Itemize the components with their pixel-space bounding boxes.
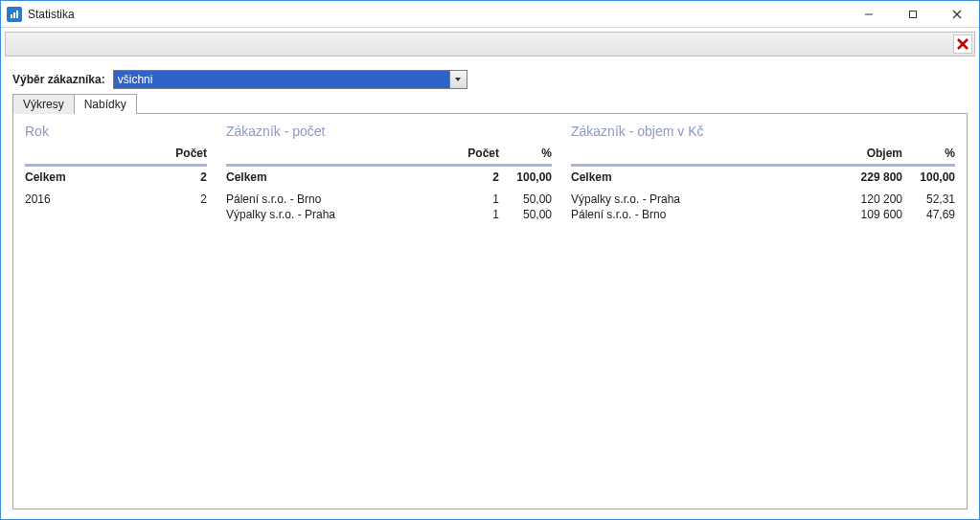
section-rok-header: Počet — [25, 145, 207, 167]
window-buttons — [847, 1, 979, 28]
maximize-button[interactable] — [891, 1, 935, 28]
table-row: Výpalky s.r.o. - Praha 120 200 52,31 — [571, 192, 955, 207]
close-icon — [955, 36, 970, 52]
section-rok-total: Celkem 2 — [25, 167, 207, 186]
customer-filter-value: všichni — [114, 71, 449, 88]
customer-pct: 52,31 — [902, 192, 955, 206]
tab-vykresy[interactable]: Výkresy — [12, 94, 75, 114]
col-header-amount: Objem — [835, 147, 902, 160]
section-customer-volume-header: Objem % — [571, 145, 955, 167]
customer-pct: 47,69 — [902, 208, 955, 221]
window-title: Statistika — [28, 8, 75, 21]
col-header-count: Počet — [461, 147, 499, 160]
dropdown-toggle[interactable] — [449, 71, 467, 88]
section-customer-count-total: Celkem 2 100,00 — [226, 167, 552, 186]
content: Výběr zákazníka: všichni Výkresy Nabídky… — [1, 57, 979, 519]
section-rok-title: Rok — [25, 124, 207, 145]
year-count: 2 — [169, 192, 207, 206]
customer-amount: 109 600 — [835, 208, 902, 221]
svg-rect-1 — [13, 12, 15, 18]
total-count: 2 — [461, 170, 499, 184]
section-customer-count-header: Počet % — [226, 145, 552, 167]
col-header-count: Počet — [169, 147, 207, 160]
col-header-pct: % — [499, 147, 552, 160]
svg-marker-9 — [455, 78, 461, 81]
total-amount: 229 800 — [835, 170, 902, 184]
customer-count: 1 — [461, 192, 499, 206]
year-label: 2016 — [25, 192, 169, 206]
total-pct: 100,00 — [499, 170, 552, 184]
section-customer-count: Zákazník - počet Počet % Celkem 2 100,00… — [226, 124, 552, 222]
titlebar: Statistika — [1, 1, 979, 28]
close-button[interactable] — [953, 34, 972, 54]
svg-rect-4 — [910, 11, 917, 17]
section-customer-count-title: Zákazník - počet — [226, 124, 552, 145]
customer-label: Pálení s.r.o. - Brno — [226, 192, 461, 206]
total-count: 2 — [169, 170, 207, 184]
tabstrip: Výkresy Nabídky — [12, 94, 968, 114]
total-label: Celkem — [571, 170, 835, 184]
customer-label: Pálení s.r.o. - Brno — [571, 208, 835, 221]
window-close-button[interactable] — [935, 1, 979, 28]
col-header-pct: % — [902, 147, 955, 160]
customer-count: 1 — [461, 208, 499, 221]
section-rok: Rok Počet Celkem 2 2016 2 — [25, 124, 207, 222]
total-pct: 100,00 — [902, 170, 955, 184]
app-icon — [7, 7, 22, 22]
section-customer-volume-total: Celkem 229 800 100,00 — [571, 167, 955, 186]
minimize-button[interactable] — [847, 1, 891, 28]
table-row: 2016 2 — [25, 192, 207, 207]
svg-rect-0 — [11, 14, 12, 18]
customer-filter-label: Výběr zákazníka: — [12, 73, 105, 86]
table-row: Pálení s.r.o. - Brno 109 600 47,69 — [571, 207, 955, 222]
customer-label: Výpalky s.r.o. - Praha — [226, 208, 461, 221]
toolbar — [5, 32, 975, 57]
filter-row: Výběr zákazníka: všichni — [12, 70, 968, 89]
table-row: Pálení s.r.o. - Brno 1 50,00 — [226, 192, 552, 207]
customer-amount: 120 200 — [835, 192, 902, 206]
total-label: Celkem — [25, 170, 169, 184]
stats-panel: Rok Počet Celkem 2 2016 2 — [12, 113, 968, 509]
app-window: Statistika Výběr zákazníka: všichni V — [0, 0, 980, 520]
section-customer-volume-title: Zákazník - objem v Kč — [571, 124, 955, 145]
customer-pct: 50,00 — [499, 192, 552, 206]
customer-pct: 50,00 — [499, 208, 552, 221]
tab-nabidky[interactable]: Nabídky — [74, 94, 137, 114]
table-row: Výpalky s.r.o. - Praha 1 50,00 — [226, 207, 552, 222]
total-label: Celkem — [226, 170, 461, 184]
chevron-down-icon — [454, 73, 462, 86]
section-customer-volume: Zákazník - objem v Kč Objem % Celkem 229… — [571, 124, 955, 222]
svg-rect-2 — [16, 11, 18, 18]
customer-label: Výpalky s.r.o. - Praha — [571, 192, 835, 206]
customer-filter-dropdown[interactable]: všichni — [113, 70, 467, 89]
